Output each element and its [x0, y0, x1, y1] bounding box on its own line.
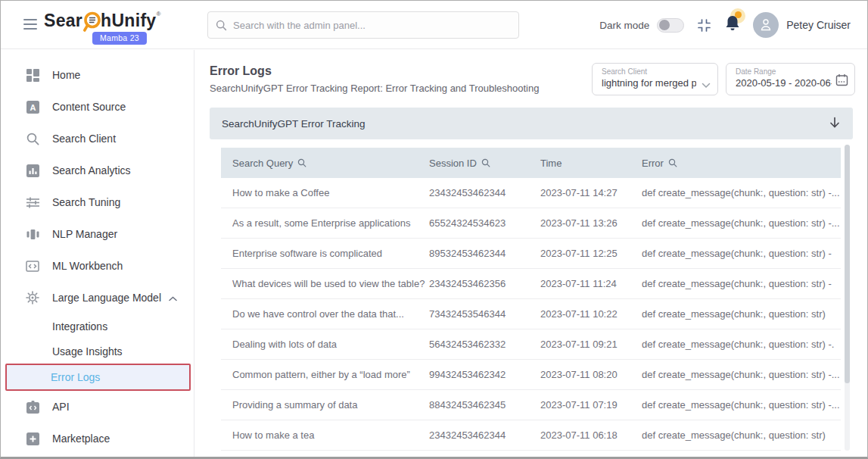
- table-row[interactable]: As a result, some Enterprise application…: [221, 208, 841, 239]
- sidebar-item-label: Content Source: [52, 101, 126, 113]
- table-row[interactable]: Providing a summary of data 884324534623…: [221, 390, 841, 420]
- search-client-value: lightning for merged pack...: [602, 77, 696, 89]
- dark-mode-label: Dark mode: [599, 20, 649, 31]
- user-avatar[interactable]: [753, 12, 779, 38]
- api-icon: [25, 401, 40, 414]
- cell-time: 2023-07-11 08:20: [540, 369, 642, 380]
- cell-error: def create_message(chunk:, question: str…: [642, 429, 841, 441]
- sliders-icon: [25, 196, 40, 209]
- column-time[interactable]: Time: [540, 158, 642, 169]
- searchunify-logo[interactable]: Sear hUnify ® Mamba 23: [44, 9, 160, 36]
- cell-error: def create_message(chunk:, question: str…: [642, 248, 841, 259]
- column-search-query[interactable]: Search Query: [232, 158, 429, 169]
- collapse-view-icon[interactable]: [698, 19, 711, 32]
- filter-label: Date Range: [736, 67, 832, 76]
- cell-error: def create_message(chunk:, question: str…: [642, 217, 841, 229]
- cell-time: 2023-07-11 07:19: [540, 399, 642, 411]
- sidebar-item-label: NLP Manager: [52, 228, 117, 240]
- logo-text-prefix: Sear: [44, 9, 82, 32]
- admin-search-input[interactable]: [233, 20, 511, 31]
- column-error[interactable]: Error: [642, 158, 841, 169]
- column-search-icon: [481, 158, 490, 167]
- cell-search-query: Do we have control over the data that...: [232, 308, 429, 320]
- topbar-right-cluster: Dark mode: [599, 1, 851, 49]
- sidebar-item-integrations[interactable]: Integrations: [1, 314, 194, 339]
- cell-session-id: 56432453462332: [429, 339, 540, 350]
- sidebar-item-usage-insights[interactable]: Usage Insights: [1, 339, 194, 364]
- notifications-button[interactable]: [724, 14, 741, 36]
- table-row[interactable]: How to make a tea 23432453462344 2023-07…: [221, 420, 841, 451]
- table-header-row: Search Query Session ID Time: [221, 148, 841, 178]
- hamburger-menu-icon[interactable]: [23, 19, 37, 33]
- sidebar-item-search-tuning[interactable]: Search Tuning: [1, 186, 194, 218]
- cell-time: 2023-07-11 09:21: [540, 339, 642, 350]
- sidebar-item-ml-workbench[interactable]: ML Workbench: [1, 250, 194, 282]
- filter-label: Search Client: [602, 67, 696, 76]
- cell-session-id: 73432453546344: [429, 308, 540, 320]
- sidebar-item-api[interactable]: API: [1, 391, 194, 423]
- column-session-id[interactable]: Session ID: [429, 158, 540, 169]
- date-range-filter[interactable]: Date Range 2020-05-19 - 2020-06-18: [726, 63, 855, 95]
- sidebar-item-marketplace[interactable]: Marketplace: [1, 423, 194, 454]
- sidebar-item-label: Search Client: [52, 133, 116, 145]
- cell-search-query: How to make a tea: [232, 429, 429, 441]
- sidebar-item-label: Usage Insights: [52, 345, 123, 358]
- cell-session-id: 88432453462345: [429, 399, 540, 411]
- cell-error: def create_message(chunk:, question: str…: [642, 369, 841, 380]
- dashboard-icon: [25, 69, 40, 82]
- sidebar-item-label: Marketplace: [52, 432, 110, 445]
- code-window-icon: [25, 261, 40, 272]
- calendar-icon: [835, 73, 848, 89]
- user-name[interactable]: Petey Cruiser: [786, 19, 851, 31]
- sidebar-item-label: ML Workbench: [52, 260, 123, 272]
- cell-time: 2023-07-11 13:26: [540, 217, 642, 229]
- page-subtitle: SearchUnifyGPT Error Tracking Report: Er…: [210, 83, 539, 94]
- search-client-filter[interactable]: Search Client lightning for merged pack.…: [592, 63, 718, 95]
- admin-search[interactable]: [207, 11, 519, 39]
- sidebar-item-nlp-manager[interactable]: NLP Manager: [1, 218, 194, 250]
- version-badge: Mamba 23: [92, 32, 147, 45]
- sidebar-item-large-language-model[interactable]: Large Language Model: [1, 282, 194, 314]
- cell-error: def create_message(chunk:, question: str…: [642, 339, 841, 350]
- sidebar-item-label: Large Language Model: [52, 292, 161, 304]
- table-row[interactable]: Do we have control over the data that...…: [221, 299, 841, 329]
- cell-error: def create_message(chunk:, question: str…: [642, 308, 841, 320]
- content-source-icon: A: [25, 101, 40, 114]
- cell-time: 2023-07-11 11:24: [540, 278, 642, 289]
- column-search-icon: [297, 158, 306, 167]
- cell-session-id: 23432453462344: [429, 429, 540, 441]
- cell-error: def create_message(chunk:, question: str…: [642, 278, 841, 289]
- cell-time: 2023-07-11 14:27: [540, 187, 642, 198]
- nlp-icon: [25, 228, 40, 241]
- sidebar-item-error-logs[interactable]: Error Logs: [5, 364, 191, 391]
- sidebar-item-content-source[interactable]: A Content Source: [1, 91, 194, 123]
- error-tracking-panel: SearchUnifyGPT Error Tracking Search Que…: [210, 108, 853, 457]
- download-icon[interactable]: [829, 117, 841, 130]
- sidebar-item-home[interactable]: Home: [1, 59, 194, 91]
- table-row[interactable]: Dealing with lots of data 56432453462332…: [221, 329, 841, 360]
- chevron-down-icon: [702, 78, 711, 92]
- sidebar-item-search-analytics[interactable]: Search Analytics: [1, 155, 194, 186]
- table-scrollbar-thumb[interactable]: [845, 145, 850, 383]
- cell-search-query: What devices will be used to view the ta…: [232, 278, 429, 289]
- cell-error: def create_message(chunk:, question: str…: [642, 399, 841, 411]
- cell-search-query: Dealing with lots of data: [232, 339, 429, 350]
- dark-mode-toggle[interactable]: [657, 18, 684, 33]
- table-row[interactable]: How to make a Coffee 23432453462344 2023…: [221, 178, 841, 208]
- table-scrollbar-track[interactable]: [845, 145, 850, 451]
- cell-time: 2023-07-11 10:22: [540, 308, 642, 320]
- magnifier-icon: [25, 133, 40, 145]
- cell-session-id: 23432453462344: [429, 187, 540, 198]
- svg-text:A: A: [30, 102, 36, 111]
- column-search-icon: [668, 158, 677, 167]
- cell-session-id: 23432453462356: [429, 278, 540, 289]
- table-row[interactable]: Enterprise software is complicated 89532…: [221, 239, 841, 269]
- table-row[interactable]: What devices will be used to view the ta…: [221, 269, 841, 299]
- sidebar-item-search-client[interactable]: Search Client: [1, 123, 194, 155]
- search-icon: [216, 20, 227, 31]
- sidebar-item-label: Search Analytics: [52, 164, 131, 176]
- app-window: Sear hUnify ® Mamba 23 Dark: [0, 0, 868, 459]
- table-row[interactable]: Common pattern, either by a “load more” …: [221, 360, 841, 390]
- sidebar-item-label: API: [52, 401, 70, 413]
- sidebar-item-label: Home: [52, 69, 80, 81]
